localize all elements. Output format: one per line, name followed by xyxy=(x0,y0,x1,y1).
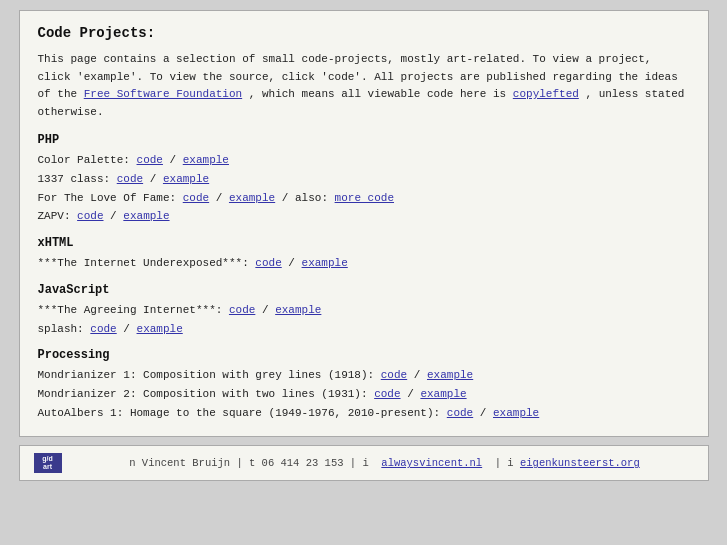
for-the-love-more-code-link[interactable]: more code xyxy=(335,192,394,204)
for-the-love-example-link[interactable]: example xyxy=(229,192,275,204)
footer: g/dart n Vincent Bruijn | t 06 414 23 15… xyxy=(19,445,709,481)
bottom-spacer xyxy=(0,481,727,511)
mondrianizer2-code-link[interactable]: code xyxy=(374,388,400,400)
footer-text: n Vincent Bruijn | t 06 414 23 153 | i a… xyxy=(76,457,694,469)
intro-paragraph: This page contains a selection of small … xyxy=(38,51,690,121)
footer-logo: g/dart xyxy=(34,453,62,473)
underexposed-example-link[interactable]: example xyxy=(302,257,348,269)
footer-logo-text: g/dart xyxy=(42,455,53,472)
agreeing-code-link[interactable]: code xyxy=(229,304,255,316)
free-software-foundation-link[interactable]: Free Software Foundation xyxy=(84,88,242,100)
project-internet-underexposed: ***The Internet Underexposed***: code / … xyxy=(38,254,690,273)
footer-link-eigenkunsteerst[interactable]: eigenkunsteerst.org xyxy=(520,457,640,469)
agreeing-example-link[interactable]: example xyxy=(275,304,321,316)
section-title-processing: Processing xyxy=(38,348,690,362)
1337-class-code-link[interactable]: code xyxy=(117,173,143,185)
project-mondrianizer-2: Mondrianizer 2: Composition with two lin… xyxy=(38,385,690,404)
main-content: Code Projects: This page contains a sele… xyxy=(19,10,709,437)
mondrianizer1-code-link[interactable]: code xyxy=(381,369,407,381)
copylefted-link[interactable]: copylefted xyxy=(513,88,579,100)
project-mondrianizer-1: Mondrianizer 1: Composition with grey li… xyxy=(38,366,690,385)
project-1337-class: 1337 class: code / example xyxy=(38,170,690,189)
footer-separator: | i xyxy=(495,457,514,469)
1337-class-example-link[interactable]: example xyxy=(163,173,209,185)
underexposed-code-link[interactable]: code xyxy=(255,257,281,269)
intro-text-2: , which means all viewable code here is xyxy=(249,88,506,100)
autoalbers-code-link[interactable]: code xyxy=(447,407,473,419)
footer-main-text: n Vincent Bruijn | t 06 414 23 153 | i xyxy=(129,457,368,469)
footer-link-alwaysvincent[interactable]: alwaysvincent.nl xyxy=(381,457,482,469)
color-palette-code-link[interactable]: code xyxy=(137,154,163,166)
mondrianizer1-example-link[interactable]: example xyxy=(427,369,473,381)
color-palette-example-link[interactable]: example xyxy=(183,154,229,166)
project-autoalbers-1: AutoAlbers 1: Homage to the square (1949… xyxy=(38,404,690,423)
project-agreeing-internet: ***The Agreeing Internet***: code / exam… xyxy=(38,301,690,320)
project-zapv: ZAPV: code / example xyxy=(38,207,690,226)
splash-example-link[interactable]: example xyxy=(137,323,183,335)
page-title: Code Projects: xyxy=(38,25,690,41)
project-splash: splash: code / example xyxy=(38,320,690,339)
autoalbers-example-link[interactable]: example xyxy=(493,407,539,419)
section-title-javascript: JavaScript xyxy=(38,283,690,297)
section-title-xhtml: xHTML xyxy=(38,236,690,250)
zapv-example-link[interactable]: example xyxy=(123,210,169,222)
project-color-palette: Color Palette: code / example xyxy=(38,151,690,170)
section-title-php: PHP xyxy=(38,133,690,147)
mondrianizer2-example-link[interactable]: example xyxy=(420,388,466,400)
zapv-code-link[interactable]: code xyxy=(77,210,103,222)
project-for-the-love: For The Love Of Fame: code / example / a… xyxy=(38,189,690,208)
splash-code-link[interactable]: code xyxy=(90,323,116,335)
for-the-love-code-link[interactable]: code xyxy=(183,192,209,204)
